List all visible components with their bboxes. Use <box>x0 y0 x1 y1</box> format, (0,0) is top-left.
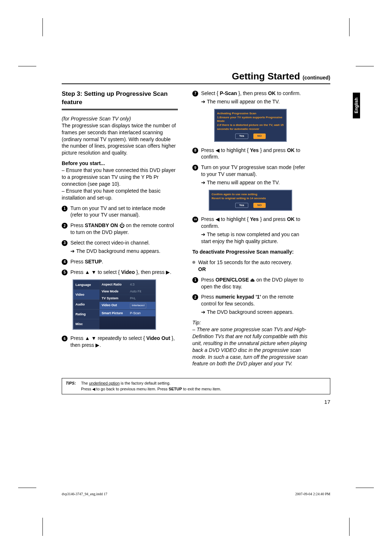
step-9-sub: ➔ The menu will appear on the TV. <box>192 179 309 186</box>
step-1: 1 Turn on your TV and set to interlace m… <box>62 205 178 219</box>
page-title: Getting Started <box>232 71 300 82</box>
osd-tab-rating: Rating <box>73 309 99 319</box>
dialog-yes-button: Yes <box>235 203 248 208</box>
step-3-sub: ➔ The DVD background menu appears. <box>62 248 178 255</box>
step-number-icon: 1 <box>192 277 198 283</box>
step-number-icon: 4 <box>62 259 68 265</box>
step-number-icon: 9 <box>192 165 198 171</box>
footer-meta: dvp3146-3747_94_eng.indd 17 2007-09-04 2… <box>62 492 330 496</box>
tip-paragraph: Tip: – There are some progressive scan T… <box>192 319 309 367</box>
osd-tabs: Language Video Audio Rating Misc <box>73 280 99 329</box>
step-number-icon: 10 <box>192 217 198 222</box>
page-header: Getting Started (continued) <box>62 71 330 83</box>
step-number-icon: 7 <box>192 91 198 97</box>
subtitle: (for Progressive Scan TV only) <box>62 116 131 122</box>
intro-paragraph: The progressive scan displays twice the … <box>62 123 176 156</box>
bullet-wait: Wait for 15 seconds for the auto recover… <box>192 259 309 273</box>
page-content: Getting Started (continued) English Step… <box>62 71 330 405</box>
osd-tab-language: Language <box>73 280 99 290</box>
before-p2: – Ensure that you have completed the bas… <box>62 188 160 201</box>
tips-footer-box: TIPS: The underlined option is the facto… <box>62 378 330 394</box>
dialog-yes-button: Yes <box>235 134 248 139</box>
footer-filename: dvp3146-3747_94_eng.indd 17 <box>62 492 107 496</box>
deact-step-2-sub: ➔ The DVD background screen appears. <box>192 309 309 316</box>
step-8: 8 Press ◀ to highlight { Yes } and press… <box>192 147 309 161</box>
step-6: 6 Press ▲ ▼ repeatedly to select { Video… <box>62 335 178 349</box>
osd-tab-audio: Audio <box>73 300 99 309</box>
deactivate-heading: To deactivate Progressive Scan manually: <box>192 249 309 255</box>
step-10: 10 Press ◀ to highlight { Yes } and pres… <box>192 216 309 230</box>
step-7: 7 Select { P-Scan }, then press OK to co… <box>192 90 309 97</box>
step-number-icon: 6 <box>62 336 68 341</box>
tips-label: TIPS: <box>66 381 76 392</box>
language-tab: English <box>353 93 360 118</box>
page-title-continued: (continued) <box>303 75 330 81</box>
step-number-icon: 8 <box>192 148 198 153</box>
left-column: Step 3: Setting up Progressive Scan feat… <box>62 90 178 371</box>
page-number: 17 <box>62 399 330 405</box>
osd-tab-video: Video <box>73 290 99 300</box>
step-number-icon: 1 <box>62 206 68 212</box>
bullet-icon <box>192 261 195 264</box>
step-4: 4 Press SETUP. <box>62 258 178 265</box>
step-2: 2 Press STANDBY ON ⏻ on the remote contr… <box>62 222 178 236</box>
step-heading: Step 3: Setting up Progressive Scan feat… <box>62 90 178 107</box>
dialog-no-button: NO <box>253 134 266 139</box>
osd-tab-misc: Misc <box>73 319 99 329</box>
footer-timestamp: 2007-09-04 2:24:40 PM <box>295 492 330 496</box>
dialog-no-button: NO <box>253 203 266 208</box>
osd-setup-menu: Language Video Audio Rating Misc Aspect … <box>73 279 156 330</box>
step-number-icon: 3 <box>62 240 68 246</box>
step-3: 3 Select the correct video-in channel. <box>62 239 178 246</box>
dialog-confirm-pscan: Confirm again to use new setting Revert … <box>209 190 292 211</box>
before-heading: Before you start... <box>62 160 105 166</box>
step-number-icon: 5 <box>62 270 68 275</box>
step-5: 5 Press ▲ ▼ to select { Video }, then pr… <box>62 269 178 276</box>
step-number-icon: 2 <box>62 223 68 229</box>
deact-step-2: 2 Press numeric keypad '1' on the remote… <box>192 294 309 307</box>
osd-body: Aspect Ratio4:3 View ModeAuto Fit TV Sys… <box>99 280 155 329</box>
deact-step-1: 1 Press OPEN/CLOSE ⏏ on the DVD player t… <box>192 276 309 290</box>
step-number-icon: 2 <box>192 294 198 300</box>
step-10-sub: ➔ The setup is now completed and you can… <box>192 231 309 245</box>
dialog-activating-pscan: Activating Progressive Scan 1.Ensure you… <box>214 109 287 142</box>
before-p1: – Ensure that you have connected this DV… <box>62 167 176 187</box>
step-7-sub: ➔ The menu will appear on the TV. <box>192 98 309 105</box>
right-column: 7 Select { P-Scan }, then press OK to co… <box>192 90 309 371</box>
step-9: 9 Turn on your TV progressive scan mode … <box>192 164 309 178</box>
